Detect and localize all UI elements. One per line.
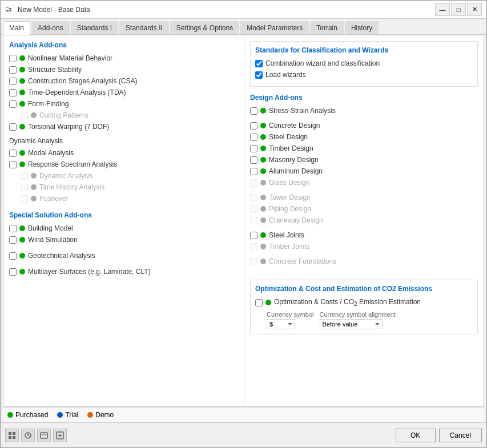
structure-stability-checkbox[interactable] — [9, 66, 17, 74]
purchased-dot — [260, 134, 266, 140]
item-label: Tower Design — [269, 193, 311, 201]
load-wizards-checkbox[interactable] — [255, 71, 263, 79]
item-label: Geotechnical Analysis — [28, 252, 95, 260]
tab-main[interactable]: Main — [3, 21, 30, 35]
footer-icon-svg-2 — [23, 431, 33, 440]
currency-symbol-select[interactable]: $ € £ — [267, 319, 295, 329]
purchased-legend-dot — [7, 412, 13, 418]
concrete-foundations-checkbox[interactable] — [250, 258, 257, 265]
steel-joints-checkbox[interactable] — [250, 232, 257, 239]
item-label: Cutting Patterns — [39, 111, 88, 119]
concrete-design-checkbox[interactable] — [250, 122, 257, 130]
footer-icon-2[interactable] — [21, 429, 35, 442]
footer-icon-4[interactable] — [53, 429, 67, 442]
wind-simulation-checkbox[interactable] — [9, 236, 17, 244]
aluminum-design-checkbox[interactable] — [250, 168, 257, 175]
multilayer-checkbox[interactable] — [9, 268, 17, 276]
purchased-dot — [19, 67, 25, 72]
svg-rect-0 — [9, 432, 11, 435]
footer-icon-svg-1 — [7, 431, 17, 440]
tab-standards1[interactable]: Standards I — [71, 21, 118, 34]
item-label: Time-Dependent Analysis (TDA) — [28, 88, 126, 96]
footer-icon-3[interactable] — [37, 429, 51, 442]
response-spectrum-checkbox[interactable] — [9, 161, 17, 168]
masonry-design-checkbox[interactable] — [250, 156, 257, 164]
list-item: Steel Joints — [250, 231, 478, 240]
window-controls: — □ ✕ — [435, 3, 482, 16]
tower-design-checkbox[interactable] — [250, 194, 257, 201]
list-item: Response Spectrum Analysis — [9, 160, 238, 169]
csa-checkbox[interactable] — [9, 78, 17, 85]
tda-checkbox[interactable] — [9, 89, 17, 96]
list-item: Geotechnical Analysis — [9, 251, 238, 260]
form-finding-checkbox[interactable] — [9, 100, 17, 108]
disabled-dot — [260, 195, 266, 200]
list-item: Wind Simulation — [9, 235, 238, 244]
purchased-dot — [260, 108, 266, 114]
piping-design-checkbox[interactable] — [250, 205, 257, 213]
list-item: Glass Design — [250, 178, 478, 187]
glass-design-checkbox[interactable] — [250, 179, 257, 187]
currency-row: Currency symbol $ € £ Currency symbol al… — [255, 311, 473, 329]
close-button[interactable]: ✕ — [467, 3, 482, 16]
list-item: Timber Joints — [250, 242, 478, 251]
item-label: Masonry Design — [269, 156, 319, 164]
purchased-dot — [19, 225, 25, 231]
svg-line-6 — [28, 435, 30, 437]
demo-legend-label: Demo — [95, 411, 114, 419]
tab-terrain[interactable]: Terrain — [310, 21, 344, 34]
purchased-dot — [19, 162, 25, 167]
item-label: Wind Simulation — [28, 236, 78, 244]
timber-design-checkbox[interactable] — [250, 145, 257, 152]
steel-design-checkbox[interactable] — [250, 134, 257, 141]
timber-joints-checkbox[interactable] — [250, 243, 257, 251]
purchased-dot — [19, 269, 25, 275]
ok-button[interactable]: OK — [396, 429, 436, 442]
footer-icon-1[interactable] — [5, 429, 19, 442]
optimization-label: Optimization & Costs / CO2 Emission Esti… — [274, 298, 421, 307]
nonlinear-checkbox[interactable] — [9, 55, 17, 62]
combination-wizard-checkbox[interactable] — [255, 60, 263, 67]
list-item: Time-Dependent Analysis (TDA) — [9, 88, 238, 97]
torsional-checkbox[interactable] — [9, 123, 17, 131]
purchased-dot — [19, 90, 25, 95]
purchased-dot — [19, 55, 25, 61]
cancel-button[interactable]: Cancel — [439, 429, 482, 442]
harmonic-checkbox[interactable] — [21, 172, 28, 180]
currency-alignment-select[interactable]: Before value After value — [320, 319, 383, 329]
trial-legend: Trial — [57, 411, 78, 419]
trial-legend-dot — [57, 412, 63, 418]
item-label: Aluminum Design — [269, 167, 323, 175]
tab-model-params[interactable]: Model Parameters — [240, 21, 309, 34]
list-item: Dynamic Analysis — [9, 171, 238, 180]
optimization-checkbox[interactable] — [255, 299, 263, 306]
item-label: Timber Design — [269, 144, 313, 152]
list-item: Stress-Strain Analysis — [250, 106, 478, 115]
tab-addons[interactable]: Add-ons — [31, 21, 70, 34]
time-history-checkbox[interactable] — [21, 184, 28, 191]
stress-strain-checkbox[interactable] — [250, 107, 257, 115]
svg-rect-1 — [13, 432, 15, 435]
footer-icon-svg-3 — [39, 431, 49, 440]
tab-standards2[interactable]: Standards II — [119, 21, 169, 34]
minimize-button[interactable]: — — [435, 3, 450, 16]
disabled-dot — [31, 184, 37, 190]
geotechnical-checkbox[interactable] — [9, 252, 17, 260]
left-panel: Analysis Add-ons Nonlinear Material Beha… — [3, 35, 244, 406]
currency-alignment-group: Currency symbol alignment Before value A… — [320, 311, 396, 329]
currency-symbol-group: Currency symbol $ € £ — [267, 311, 314, 329]
footer-icon-svg-4 — [55, 431, 65, 440]
pushover-checkbox[interactable] — [21, 195, 28, 203]
purchased-dot — [260, 157, 266, 163]
tab-history[interactable]: History — [345, 21, 379, 34]
maximize-button[interactable]: □ — [451, 3, 466, 16]
building-model-checkbox[interactable] — [9, 225, 17, 232]
list-item: Combination wizard and classification — [255, 59, 473, 68]
tab-settings[interactable]: Settings & Options — [170, 21, 239, 34]
cutting-patterns-checkbox[interactable] — [21, 112, 28, 119]
purchased-dot — [19, 78, 25, 84]
list-item: Pushover — [9, 194, 238, 203]
craneway-design-checkbox[interactable] — [250, 217, 257, 224]
modal-checkbox[interactable] — [9, 150, 17, 157]
svg-rect-2 — [9, 436, 11, 439]
